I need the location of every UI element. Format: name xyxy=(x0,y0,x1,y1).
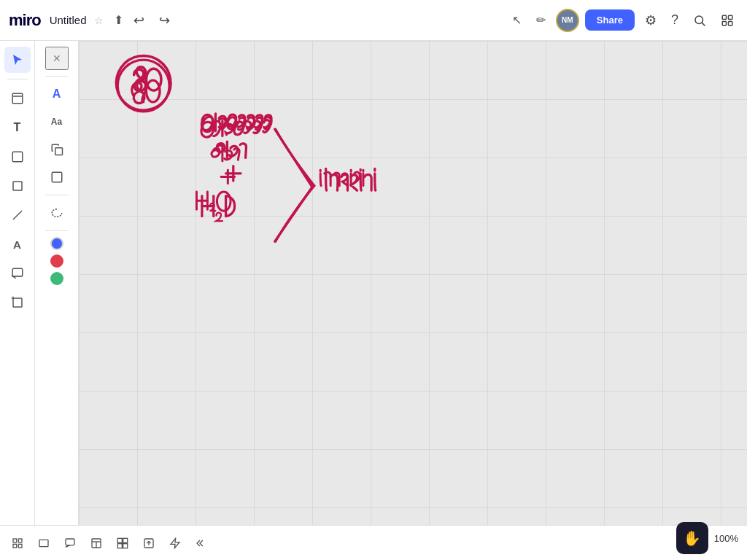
pen-palette-panel: ✕ A Aa xyxy=(35,41,79,560)
svg-point-0 xyxy=(695,16,703,24)
svg-rect-43 xyxy=(117,543,122,548)
svg-point-25 xyxy=(112,52,174,114)
bottom-bar: ✋ 100% xyxy=(0,525,747,560)
shape-tool-button[interactable] xyxy=(4,173,31,199)
palette-separator-3 xyxy=(45,230,69,231)
document-title[interactable]: Untitled xyxy=(50,14,87,26)
font-case-icon[interactable]: Aa xyxy=(45,110,69,133)
svg-rect-44 xyxy=(123,543,128,548)
svg-rect-5 xyxy=(729,21,732,25)
svg-rect-4 xyxy=(722,21,726,25)
palette-separator-2 xyxy=(45,195,69,195)
eraser-icon[interactable] xyxy=(45,166,69,189)
bottom-grid-tool[interactable] xyxy=(9,534,26,552)
copy-style-icon[interactable] xyxy=(45,138,69,161)
cursor-tool-button[interactable]: ↖ xyxy=(508,9,526,31)
svg-rect-42 xyxy=(123,538,128,542)
comment-tool-button[interactable] xyxy=(4,260,31,287)
left-toolbar: T A ••• xyxy=(0,41,35,560)
user-avatar: NM xyxy=(556,9,579,32)
bottom-lightning-tool[interactable] xyxy=(166,534,184,552)
hand-icon: ✋ xyxy=(683,529,701,547)
svg-rect-16 xyxy=(52,172,62,182)
svg-rect-9 xyxy=(13,182,22,190)
svg-rect-3 xyxy=(729,15,732,19)
svg-point-26 xyxy=(146,69,161,90)
bottom-export-tool[interactable] xyxy=(140,534,158,552)
svg-rect-2 xyxy=(722,15,726,19)
cursor-hand-button[interactable]: ✋ xyxy=(676,522,708,554)
palette-separator-1 xyxy=(45,76,69,77)
bottom-group-tool[interactable] xyxy=(114,534,131,552)
favorite-star-icon[interactable]: ☆ xyxy=(94,15,104,26)
svg-rect-12 xyxy=(13,298,22,307)
svg-rect-11 xyxy=(12,268,23,276)
text-style-icon[interactable]: A xyxy=(45,82,69,106)
svg-rect-35 xyxy=(18,544,22,548)
svg-rect-6 xyxy=(12,93,23,104)
help-button[interactable]: ? xyxy=(667,8,683,32)
undo-button[interactable]: ↩ xyxy=(129,9,149,31)
apps-button[interactable] xyxy=(716,9,738,31)
svg-rect-41 xyxy=(117,538,122,542)
lasso-icon[interactable] xyxy=(45,201,69,225)
zoom-indicator: ✋ 100% xyxy=(676,522,738,554)
svg-rect-8 xyxy=(12,152,23,162)
upload-icon[interactable]: ⬆ xyxy=(114,13,123,27)
bottom-frame-tool[interactable] xyxy=(35,534,53,552)
svg-rect-15 xyxy=(55,148,62,155)
bottom-collapse-tool[interactable] xyxy=(193,534,210,552)
top-bar: miro Untitled ☆ ⬆ ↩ ↪ ↖ ✏ NM Share ⚙ ? xyxy=(0,0,747,41)
svg-rect-36 xyxy=(39,540,48,546)
color-blue-dot[interactable] xyxy=(50,237,63,250)
bottom-layout-tool[interactable] xyxy=(88,534,105,552)
text-tool-button[interactable]: T xyxy=(4,114,31,141)
svg-rect-37 xyxy=(66,539,74,545)
svg-rect-32 xyxy=(13,539,17,542)
search-button[interactable] xyxy=(689,9,711,31)
canvas-area[interactable] xyxy=(79,41,747,525)
settings-button[interactable]: ⚙ xyxy=(640,8,661,33)
redo-button[interactable]: ↪ xyxy=(155,9,174,31)
crop-tool-button[interactable] xyxy=(4,289,31,316)
share-button[interactable]: Share xyxy=(585,9,635,31)
palette-close-button[interactable]: ✕ xyxy=(45,47,69,70)
frame-tool-button[interactable] xyxy=(4,85,31,112)
svg-rect-33 xyxy=(18,539,22,542)
select-tool-button[interactable] xyxy=(4,47,31,73)
color-green-dot[interactable] xyxy=(50,272,63,285)
pen-tool-button[interactable]: ✏ xyxy=(532,9,550,31)
svg-line-1 xyxy=(702,23,705,26)
handwriting-overlay xyxy=(79,41,747,525)
line-tool-button[interactable] xyxy=(4,202,31,228)
svg-rect-34 xyxy=(13,544,17,548)
svg-marker-46 xyxy=(171,538,179,548)
zoom-level[interactable]: 100% xyxy=(714,533,738,544)
bottom-comment-tool[interactable] xyxy=(61,534,79,552)
miro-logo: miro xyxy=(9,11,41,30)
sticky-note-tool-button[interactable] xyxy=(4,144,31,170)
color-red-dot[interactable] xyxy=(50,254,63,268)
toolbar-separator xyxy=(7,79,28,79)
note-tool-button[interactable]: A xyxy=(4,231,31,257)
svg-line-10 xyxy=(13,211,22,219)
canvas-content xyxy=(79,41,747,525)
